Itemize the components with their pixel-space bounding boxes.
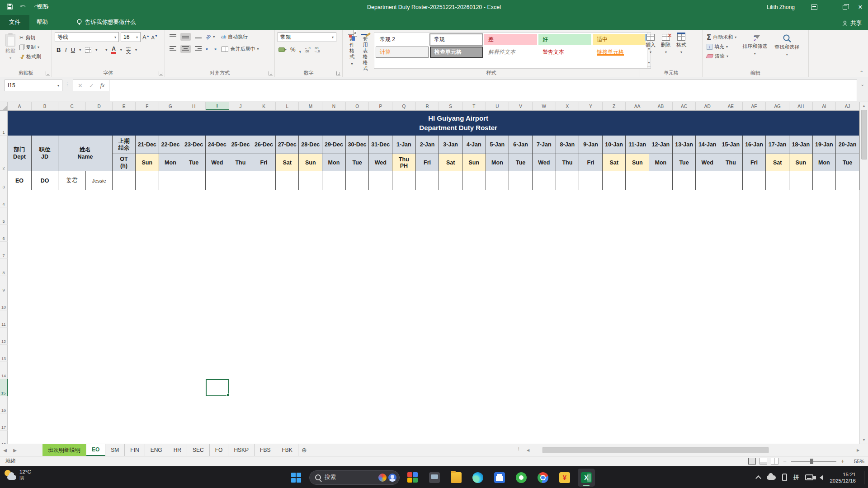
sheet-tab-HR[interactable]: HR [168,444,187,456]
vertical-scrollbar[interactable]: ▲ ▼ [859,102,868,444]
green-app-icon[interactable] [513,469,530,487]
day-cell-27-Dec[interactable]: Sat [276,154,299,171]
decrease-indent-icon[interactable]: ⇤ [206,46,210,52]
share-button[interactable]: 共享 [842,19,862,27]
align-middle-icon[interactable] [180,33,191,41]
row-header-6[interactable]: 6 [0,225,8,242]
number-dialog-launcher[interactable] [336,71,340,75]
date-cell-26-Dec[interactable]: 26-Dec [252,136,276,154]
day-cell-6-Jan[interactable]: Tue [509,154,533,171]
align-top-icon[interactable] [168,33,178,41]
duty-cell-13-Jan[interactable] [673,171,696,190]
date-cell-29-Dec[interactable]: 29-Dec [322,136,346,154]
cell-style-8[interactable]: 解释性文本 [484,47,537,58]
day-cell-28-Dec[interactable]: Sun [299,154,322,171]
horizontal-scrollbar[interactable]: ◀ ▶ [524,446,862,455]
duty-cell-25-Dec[interactable] [229,171,253,190]
col-header-T[interactable]: T [462,102,486,110]
duty-cell-26-Dec[interactable] [252,171,276,190]
col-header-AI[interactable]: AI [813,102,836,110]
delete-cells-button[interactable]: ✕ 删除▾ [658,32,674,69]
col-header-Q[interactable]: Q [392,102,416,110]
colors-app-icon[interactable] [404,469,421,487]
day-cell-24-Dec[interactable]: Wed [206,154,229,171]
col-header-S[interactable]: S [439,102,462,110]
duty-cell-2-Jan[interactable] [416,171,439,190]
zoom-slider[interactable] [791,461,836,462]
sheet-tab-HSKP[interactable]: HSKP [228,444,255,456]
col-header-W[interactable]: W [533,102,556,110]
clear-button[interactable]: 清除▾ [705,52,738,61]
align-bottom-icon[interactable] [193,33,203,41]
collapse-ribbon-icon[interactable]: ⌃ [860,70,863,75]
scroll-right-icon[interactable]: ▶ [854,446,862,454]
col-header-D[interactable]: D [86,102,113,110]
folder-icon[interactable] [448,469,465,487]
comma-style-icon[interactable]: , [299,46,301,53]
duty-cell-22-Dec[interactable] [159,171,183,190]
col-header-L[interactable]: L [276,102,299,110]
sheet-tab-FIN[interactable]: FIN [125,444,145,456]
duty-cell-27-Dec[interactable] [276,171,299,190]
day-cell-2-Jan[interactable]: Fri [416,154,439,171]
date-cell-3-Jan[interactable]: 3-Jan [439,136,462,154]
date-cell-4-Jan[interactable]: 4-Jan [462,136,486,154]
col-header-R[interactable]: R [416,102,439,110]
col-header-C[interactable]: C [58,102,86,110]
decrease-font-icon[interactable]: A▼ [151,34,158,40]
hdr-ot[interactable]: OT(h) [113,154,136,171]
borders-icon[interactable] [85,47,91,53]
date-cell-27-Dec[interactable]: 27-Dec [276,136,299,154]
duty-cell-18-Jan[interactable] [789,171,813,190]
normal-view-icon[interactable] [748,458,756,465]
accounting-format-icon[interactable]: ▾ [278,47,287,52]
account-name[interactable]: Lilith Zhong [767,4,795,10]
date-cell-23-Dec[interactable]: 23-Dec [182,136,206,154]
undo-icon[interactable] [19,4,27,11]
day-cell-16-Jan[interactable]: Fri [743,154,766,171]
col-header-U[interactable]: U [486,102,509,110]
duty-cell-29-Dec[interactable] [322,171,346,190]
col-header-AE[interactable]: AE [719,102,743,110]
date-cell-18-Jan[interactable]: 18-Jan [789,136,813,154]
excel-taskbar-icon[interactable]: X [578,469,595,487]
col-header-K[interactable]: K [252,102,276,110]
empty-row-space[interactable] [8,293,859,310]
col-header-O[interactable]: O [346,102,369,110]
alignment-dialog-launcher[interactable] [269,71,273,75]
cell-name-cn[interactable]: 姜君 [58,171,86,190]
row-header-12[interactable]: 12 [0,328,8,345]
empty-row-space[interactable] [8,207,859,225]
zoom-level[interactable]: 55% [849,459,864,464]
merge-center-button[interactable]: 合并后居中▾ [220,44,260,54]
cut-button[interactable]: ✂剪切 [18,33,42,42]
select-all-corner[interactable] [0,102,8,110]
day-cell-26-Dec[interactable]: Fri [252,154,276,171]
row-header-4[interactable]: 4 [0,190,8,207]
new-sheet-button[interactable]: ⊕ [298,444,310,456]
sheet-tab-SM[interactable]: SM [105,444,125,456]
day-cell-21-Dec[interactable]: Sun [136,154,159,171]
number-format-select[interactable]: 常规▾ [278,32,336,42]
duty-cell-23-Dec[interactable] [182,171,206,190]
col-header-I[interactable]: I [206,102,229,110]
cell-style-9[interactable]: 警告文本 [538,47,591,58]
tab-scroll-splitter[interactable]: ⁞ [518,447,520,451]
duty-cell-10-Jan[interactable] [603,171,626,190]
edge-icon[interactable] [469,469,486,487]
day-cell-1-Jan[interactable]: ThuPH [392,154,416,171]
phonetic-guide-icon[interactable]: wén文 [126,46,131,54]
date-cell-5-Jan[interactable]: 5-Jan [486,136,509,154]
duty-cell-19-Jan[interactable] [813,171,836,190]
name-box[interactable]: I15▾ [5,80,62,91]
date-cell-24-Dec[interactable]: 24-Dec [206,136,229,154]
expand-formula-bar-icon[interactable]: ⌄ [861,82,864,87]
chrome-icon[interactable] [534,469,552,487]
col-header-Z[interactable]: Z [603,102,626,110]
date-cell-9-Jan[interactable]: 9-Jan [579,136,603,154]
duty-cell-17-Jan[interactable] [766,171,789,190]
duty-cell-1-Jan[interactable] [392,171,416,190]
align-left-icon[interactable] [168,45,178,53]
cell-style-3[interactable]: 差 [484,34,537,45]
day-cell-4-Jan[interactable]: Sun [462,154,486,171]
